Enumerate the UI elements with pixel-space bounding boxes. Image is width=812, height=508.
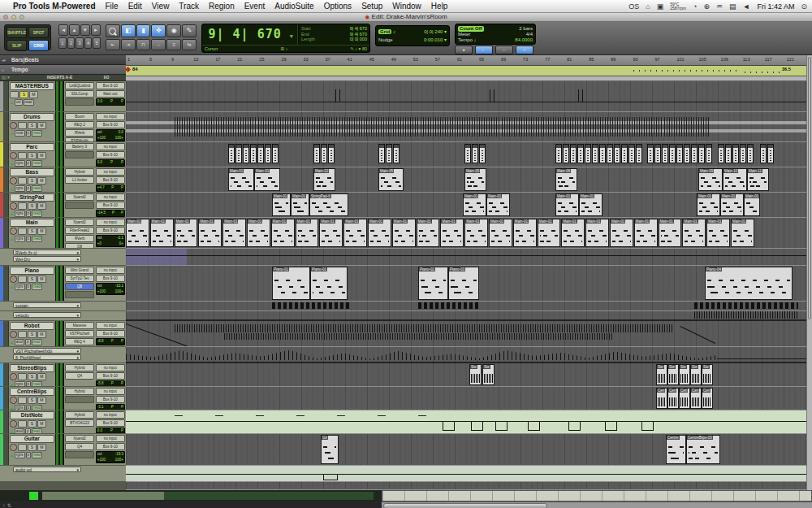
perc-clip[interactable]: [647, 144, 654, 163]
mirrored-midi-button[interactable]: ≡: [166, 39, 181, 50]
clip-Main-01[interactable]: Main-01: [706, 219, 730, 247]
tempo-end-event[interactable]: 36.5: [782, 67, 791, 72]
playlist-button[interactable]: p: [25, 339, 31, 345]
perc-clip[interactable]: [740, 144, 746, 163]
clip-Main-01[interactable]: Main-01: [175, 219, 198, 247]
zoom-preset-1[interactable]: 1: [58, 37, 67, 49]
grabber-tool[interactable]: ✜: [151, 24, 166, 37]
perc-clip[interactable]: [684, 144, 690, 163]
insert-empty-slot[interactable]: [65, 291, 93, 298]
volume-pan-display[interactable]: vol0.0+100100+: [96, 129, 125, 141]
mute-button[interactable]: M: [37, 397, 46, 404]
lane-selector-rverb-fx-c-[interactable]: RVerb (fx c)▾: [13, 250, 81, 255]
perc-clip[interactable]: [555, 144, 562, 163]
menu-audiosuite[interactable]: AudioSuite: [274, 2, 313, 11]
io-no-input[interactable]: no input: [96, 168, 125, 176]
playlist-button[interactable]: p: [26, 405, 32, 410]
solo-button[interactable]: S: [28, 276, 37, 283]
tempo-ruler-label[interactable]: +Tempo: [0, 65, 126, 75]
solo-button[interactable]: S: [28, 122, 37, 129]
track-view-button[interactable]: [18, 373, 27, 380]
clip-Main-01[interactable]: Main-01: [368, 219, 391, 247]
lane-selector-vst-pitchwheel-fxb-[interactable]: VST Pitchwheel(fxb)▾: [13, 348, 81, 354]
automation-mode-button[interactable]: read: [32, 428, 42, 434]
insert-syrtp2-tes[interactable]: SyrTp2-Tes: [65, 275, 93, 282]
track-expand-column[interactable]: [3, 167, 9, 192]
insert-l1-limiter[interactable]: L1 limiter: [65, 176, 93, 184]
perc-clip[interactable]: [250, 144, 257, 163]
spot-mode-button[interactable]: SPOT: [28, 27, 49, 38]
perc-clip[interactable]: [747, 144, 754, 163]
automation-line[interactable]: [717, 358, 806, 359]
perc-clip[interactable]: [585, 144, 591, 163]
track-view-selector[interactable]: rgns: [15, 452, 25, 458]
clip-Gtr[interactable]: Gtr: [321, 435, 339, 464]
track-view-selector[interactable]: rgns: [15, 405, 25, 410]
insert-vstpitchwh[interactable]: VSTPitchwh: [65, 330, 93, 337]
mute-button[interactable]: M: [37, 331, 46, 338]
bars-beats-ruler[interactable]: 1591317212529333741454953576165697377818…: [126, 55, 806, 66]
tempo-event[interactable]: ♩84: [127, 67, 138, 72]
perc-clip[interactable]: [718, 144, 724, 163]
record-enable-button[interactable]: [10, 122, 17, 129]
clip-Piano-01[interactable]: Piano-01: [272, 267, 310, 300]
timeline-overview-strip[interactable]: [382, 490, 812, 501]
clip-Main-01[interactable]: Main-01: [228, 168, 254, 191]
zoom-in-button[interactable]: ►: [91, 24, 101, 36]
automation-lane-header[interactable]: velocity▾: [0, 311, 126, 321]
clip-Centre[interactable]: Centre: [666, 435, 686, 464]
insert-q4[interactable]: Q4: [65, 443, 93, 450]
clip-Main-11[interactable]: Main-11: [747, 168, 769, 191]
clip-Main-01[interactable]: Main-01: [610, 219, 633, 247]
playlist-button[interactable]: p: [25, 428, 31, 434]
automation-lane-header[interactable]: VST Pitchwheel(fxb)▾8: PitchWheel▾: [0, 347, 126, 363]
count-off-button[interactable]: ⌐: [495, 46, 513, 54]
menu-help[interactable]: Help: [431, 2, 448, 11]
clip-Cen[interactable]: Cen: [702, 388, 713, 409]
track-view-button[interactable]: [18, 152, 27, 159]
perc-clip[interactable]: [732, 144, 739, 163]
clip-Ste[interactable]: Ste: [469, 364, 482, 385]
perc-clip[interactable]: [378, 144, 385, 163]
main-counter[interactable]: 9| 4| 670 ▼: [202, 24, 298, 45]
zoom-out-button[interactable]: ◄: [58, 24, 68, 36]
mute-button[interactable]: M: [37, 152, 46, 159]
perc-clip[interactable]: [691, 144, 698, 163]
track-name[interactable]: StereoBlips: [10, 364, 54, 372]
track-list-menu-icon[interactable]: ▥|▼: [0, 75, 30, 80]
track-header-main[interactable]: MainSM▲rgnspreadXpand2FilterFreak2RVerbQ…: [0, 218, 126, 249]
clip-Ste[interactable]: Ste: [679, 364, 690, 385]
track-view-button[interactable]: [18, 228, 27, 235]
perc-clip[interactable]: [577, 144, 584, 163]
default-velocity[interactable]: 80: [362, 46, 367, 51]
insert-mini-grand[interactable]: Mini Grand: [65, 267, 93, 274]
volume-pan-display[interactable]: vol-2.1+00+: [96, 235, 125, 247]
automation-mode-button[interactable]: read: [32, 452, 42, 458]
track-name[interactable]: Drums: [10, 113, 54, 121]
tempo-conductor-button[interactable]: ✓: [516, 46, 533, 54]
insert-xpand2[interactable]: Xpand2: [65, 219, 93, 226]
clip-Main-01[interactable]: Main-01: [744, 193, 760, 216]
horizontal-scrollbar-thumb[interactable]: [383, 503, 547, 508]
horizontal-scrollbar[interactable]: [382, 501, 812, 508]
lane-selector-sustain[interactable]: sustain▾: [13, 302, 81, 308]
track-view-button[interactable]: [18, 444, 27, 451]
edit-lane-guitar[interactable]: GtrCentreCentreBlips-03: [126, 434, 806, 466]
automation-lane-pitch[interactable]: [126, 347, 806, 363]
track-view-selector[interactable]: rgns: [15, 185, 25, 192]
perc-clip[interactable]: [725, 144, 732, 163]
clip-Main-01[interactable]: Main-01: [538, 219, 561, 247]
track-header-drums[interactable]: DrumsSM▲notepreadBoomREQ 2RVerbPSPMixWrn…: [0, 112, 126, 142]
solo-button[interactable]: S: [28, 397, 37, 404]
wifi-icon[interactable]: ♒: [716, 2, 723, 11]
io-main-out[interactable]: Main out: [96, 90, 125, 98]
record-enable-button[interactable]: [10, 228, 17, 235]
track-view-selector[interactable]: vol: [15, 99, 23, 106]
clip-Main-01[interactable]: Main-01: [731, 219, 754, 247]
io-no-input[interactable]: no input: [96, 219, 125, 226]
grid-value-label[interactable]: Grid: [378, 29, 391, 34]
zoomer-tool[interactable]: [106, 24, 120, 37]
io-bus-9-10[interactable]: Bus 9-10: [96, 396, 125, 403]
clip-Main-01[interactable]: Main-01: [291, 193, 309, 216]
volume-pan-display[interactable]: -3.1PP: [96, 404, 125, 410]
